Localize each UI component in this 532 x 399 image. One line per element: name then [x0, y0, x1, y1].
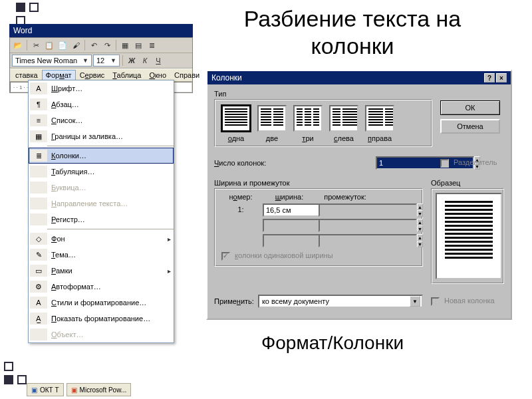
preset-label: три — [293, 134, 323, 142]
menu-item[interactable]: ≡Список… — [29, 112, 174, 128]
col-num-header: номер: — [221, 193, 260, 201]
apply-label: Применить: — [214, 297, 254, 305]
columns-dialog: Колонки ? × Тип однадветрислевапправа ОК… — [206, 70, 512, 320]
menu-item-label: Границы и заливка… — [47, 132, 171, 140]
preset-две[interactable]: две — [257, 105, 287, 142]
slide-title: Разбиение текста на колонки — [200, 5, 505, 60]
close-button[interactable]: × — [496, 73, 507, 82]
menu-item-label: Табуляция… — [47, 168, 171, 176]
menu-item[interactable]: A̲Показать форматирование… — [29, 311, 174, 327]
equal-width-label: колонки одинаковой ширины — [235, 251, 333, 259]
menu-item-icon — [30, 166, 47, 178]
menu-item-label: Направление текста… — [47, 200, 171, 207]
menu-item[interactable]: AСтили и форматирование… — [29, 295, 174, 311]
width-row: 1:▲▼▲▼ — [221, 203, 416, 217]
menu-item-icon: ≡ — [30, 114, 47, 126]
preset-label: слева — [329, 134, 358, 142]
width-gap-label: Ширина и промежуток — [214, 179, 423, 187]
preset-справа[interactable]: пправа — [365, 105, 394, 142]
menu-item-icon: ▭ — [30, 265, 47, 277]
menu-tools[interactable]: Сервис — [76, 70, 109, 80]
decor-square — [16, 3, 25, 12]
menu-item-label: Тема… — [47, 251, 171, 259]
menu-item-label: Автоформат… — [47, 283, 171, 291]
menu-item[interactable]: ▦Границы и заливка… — [29, 128, 174, 144]
menu-item-label: Показать форматирование… — [47, 315, 171, 323]
open-icon[interactable]: 📂 — [12, 39, 24, 51]
columns-icon[interactable]: ≣ — [146, 39, 158, 51]
menu-item[interactable]: ¶Абзац… — [29, 96, 174, 112]
spin-up-icon: ▲ — [417, 234, 423, 241]
underline-icon[interactable]: Ч — [152, 55, 164, 66]
menu-item[interactable]: AШрифт… — [29, 80, 174, 96]
menu-item[interactable]: ▭Рамки▸ — [29, 263, 174, 279]
apply-combo[interactable]: ко всему документу ▼ — [258, 295, 423, 308]
sample-group — [431, 188, 504, 284]
word-titlebar: Word — [9, 24, 193, 37]
menu-help[interactable]: Справи — [170, 70, 203, 80]
menu-item-label: Абзац… — [47, 100, 171, 108]
paste-icon[interactable]: 📄 — [57, 39, 68, 51]
excel-icon[interactable]: ▤ — [132, 39, 144, 51]
menu-item[interactable]: ◇Фон▸ — [29, 231, 174, 247]
menu-format[interactable]: Формат — [42, 70, 76, 80]
preset-одна[interactable]: одна — [221, 105, 251, 142]
menu-item[interactable]: Табуляция… — [29, 164, 174, 180]
menu-table[interactable]: Таблица — [108, 70, 145, 80]
separator — [27, 40, 27, 51]
help-button[interactable]: ? — [484, 73, 495, 82]
format-painter-icon[interactable]: 🖌 — [70, 39, 82, 51]
redo-icon[interactable]: ↷ — [101, 39, 113, 51]
menu-window[interactable]: Окно — [145, 70, 170, 80]
decor-square — [17, 375, 27, 384]
sample-label: Образец — [431, 179, 504, 187]
table-icon[interactable]: ▦ — [119, 39, 131, 51]
num-columns-label: Число колонок: — [214, 159, 266, 167]
menu-item[interactable]: Регистр… — [29, 211, 174, 227]
decor-square — [4, 375, 13, 384]
width-row: ▲▼▲▼ — [221, 234, 416, 247]
spin-down-icon: ▼ — [417, 210, 423, 217]
taskbar-item[interactable]: ▣Microsoft Pow... — [66, 383, 132, 396]
copy-icon[interactable]: 📋 — [43, 39, 55, 51]
spin-up-icon: ▲ — [417, 203, 423, 210]
menu-item[interactable]: ⚙Автоформат… — [29, 279, 174, 295]
row-number — [221, 234, 260, 247]
spin-up-icon: ▲ — [417, 219, 423, 225]
row-number: 1: — [221, 203, 260, 217]
toolbar-formatting: Times New Roman ▼ 12 ▼ Ж К Ч — [10, 53, 192, 68]
cut-icon[interactable]: ✂ — [30, 39, 42, 51]
ok-button[interactable]: ОК — [440, 100, 500, 115]
dialog-title: Колонки — [211, 73, 242, 82]
bold-icon[interactable]: Ж — [126, 55, 138, 66]
menu-item-label: Стили и форматирование… — [47, 299, 171, 307]
preset-слева[interactable]: слева — [329, 105, 358, 142]
menu-item-icon — [30, 182, 47, 194]
decor-square — [4, 362, 13, 371]
font-combo[interactable]: Times New Roman ▼ — [12, 55, 92, 66]
menu-item[interactable]: ✎Тема… — [29, 247, 174, 263]
preset-три[interactable]: три — [293, 105, 323, 142]
chevron-down-icon[interactable]: ▼ — [410, 296, 420, 307]
width-spinner: ▲▼ — [263, 219, 316, 232]
cancel-button[interactable]: Отмена — [440, 119, 500, 134]
menu-item-icon: A — [30, 297, 47, 309]
menu-item-label: Список… — [47, 116, 171, 124]
menu-insert[interactable]: ставка — [11, 70, 42, 80]
font-size-combo[interactable]: 12 ▼ — [93, 55, 120, 66]
gap-spinner: ▲▼ — [319, 219, 372, 232]
undo-icon[interactable]: ↶ — [88, 39, 100, 51]
italic-icon[interactable]: К — [139, 55, 151, 66]
menu-item[interactable]: ≣Колонки… — [29, 148, 174, 164]
menu-item-label: Шрифт… — [47, 84, 171, 92]
num-columns-spinner[interactable]: ▲▼ — [376, 156, 432, 170]
preset-label: пправа — [365, 134, 394, 142]
width-spinner[interactable]: ▲▼ — [263, 203, 316, 217]
menu-item-icon: ¶ — [30, 98, 47, 110]
dialog-titlebar: Колонки ? × — [207, 71, 511, 84]
menu-item-icon: ⚙ — [30, 281, 47, 293]
format-menu-dropdown: AШрифт…¶Абзац…≡Список…▦Границы и заливка… — [28, 80, 174, 343]
taskbar-item[interactable]: ▣ОКТ Т — [27, 383, 64, 396]
menu-item-icon: ▦ — [30, 130, 47, 142]
menu-item-icon — [30, 198, 47, 209]
